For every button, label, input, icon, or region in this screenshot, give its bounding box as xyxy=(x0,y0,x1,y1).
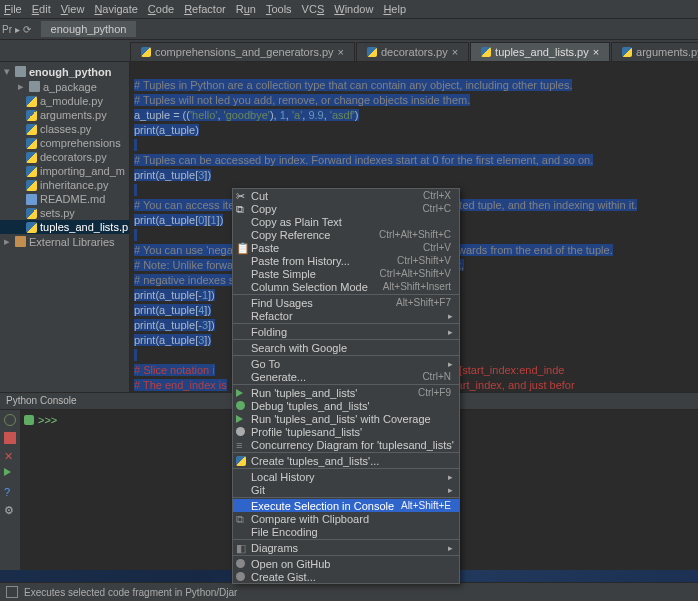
close-icon[interactable]: ✕ xyxy=(4,450,16,462)
toolbar: Pr ▸ ⟳ enough_python xyxy=(0,19,698,40)
tree-item[interactable]: README.md xyxy=(0,192,129,206)
ctx-create-config[interactable]: Create 'tuples_and_lists'... xyxy=(233,454,459,467)
status-icon xyxy=(6,586,18,598)
gist-icon xyxy=(236,572,245,581)
run-icon[interactable] xyxy=(4,468,16,480)
tree-item[interactable]: ▸a_package xyxy=(0,79,129,94)
python-icon xyxy=(481,47,491,57)
python-icon xyxy=(236,456,246,466)
tree-item[interactable]: a_module.py xyxy=(0,94,129,108)
tree-item[interactable]: comprehensions xyxy=(0,136,129,150)
ctx-compare-clipboard[interactable]: ⧉Compare with Clipboard xyxy=(233,512,459,525)
tree-item[interactable]: sets.py xyxy=(0,206,129,220)
markdown-icon xyxy=(26,194,37,205)
menu-code[interactable]: Code xyxy=(148,3,174,15)
tab-arguments[interactable]: arguments.py× xyxy=(611,42,698,61)
python-icon xyxy=(26,96,37,107)
menu-navigate[interactable]: Navigate xyxy=(94,3,137,15)
tree-item[interactable]: inheritance.py xyxy=(0,178,129,192)
tree-root[interactable]: ▾enough_python xyxy=(0,64,129,79)
settings-icon[interactable]: ⚙ xyxy=(4,504,16,516)
ctx-file-encoding[interactable]: File Encoding xyxy=(233,525,459,538)
tab-comprehensions[interactable]: comprehensions_and_generators.py× xyxy=(130,42,355,61)
ctx-run[interactable]: Run 'tuples_and_lists'Ctrl+F9 xyxy=(233,386,459,399)
ctx-execute-selection[interactable]: Execute Selection in ConsoleAlt+Shift+E xyxy=(233,499,459,512)
compare-icon: ⧉ xyxy=(236,513,248,525)
python-icon xyxy=(26,124,37,135)
help-icon[interactable]: ? xyxy=(4,486,16,498)
github-icon xyxy=(236,559,245,568)
tab-tuples-and-lists[interactable]: tuples_and_lists.py× xyxy=(470,42,610,61)
menu-run[interactable]: Run xyxy=(236,3,256,15)
python-icon xyxy=(367,47,377,57)
run-icon xyxy=(236,387,248,399)
python-icon xyxy=(26,152,37,163)
ctx-refactor[interactable]: Refactor▸ xyxy=(233,309,459,322)
library-icon xyxy=(15,236,26,247)
ctx-git[interactable]: Git▸ xyxy=(233,483,459,496)
ctx-copy-ref[interactable]: Copy ReferenceCtrl+Alt+Shift+C xyxy=(233,228,459,241)
coverage-icon xyxy=(236,413,248,425)
ctx-concurrency[interactable]: ≡Concurrency Diagram for 'tuplesand_list… xyxy=(233,438,459,451)
folder-icon xyxy=(15,66,26,77)
ctx-local-history[interactable]: Local History▸ xyxy=(233,470,459,483)
stop-icon[interactable] xyxy=(4,432,16,444)
ctx-find-usages[interactable]: Find UsagesAlt+Shift+F7 xyxy=(233,296,459,309)
ctx-profile[interactable]: Profile 'tuplesand_lists' xyxy=(233,425,459,438)
menu-vcs[interactable]: VCS xyxy=(302,3,325,15)
profile-icon xyxy=(236,427,245,436)
menu-bar: File Edit View Navigate Code Refactor Ru… xyxy=(0,0,698,19)
python-icon xyxy=(622,47,632,57)
tree-item-selected[interactable]: tuples_and_lists.p xyxy=(0,220,129,234)
status-text: Executes selected code fragment in Pytho… xyxy=(24,587,237,598)
ctx-open-github[interactable]: Open on GitHub xyxy=(233,557,459,570)
ctx-paste-history[interactable]: Paste from History...Ctrl+Shift+V xyxy=(233,254,459,267)
ctx-copy-plain[interactable]: Copy as Plain Text xyxy=(233,215,459,228)
menu-edit[interactable]: Edit xyxy=(32,3,51,15)
concurrency-icon: ≡ xyxy=(236,439,248,451)
diagram-icon: ◧ xyxy=(236,542,248,554)
ctx-generate[interactable]: Generate...Ctrl+N xyxy=(233,370,459,383)
python-icon xyxy=(26,138,37,149)
tree-item[interactable]: arguments.py xyxy=(0,108,129,122)
tree-item[interactable]: classes.py xyxy=(0,122,129,136)
python-icon xyxy=(26,180,37,191)
python-icon xyxy=(141,47,151,57)
rerun-icon[interactable] xyxy=(4,414,16,426)
ctx-folding[interactable]: Folding▸ xyxy=(233,325,459,338)
ctx-column-selection[interactable]: Column Selection ModeAlt+Shift+Insert xyxy=(233,280,459,293)
breadcrumb-tab[interactable]: enough_python xyxy=(41,21,137,37)
ctx-goto[interactable]: Go To▸ xyxy=(233,357,459,370)
menu-help[interactable]: Help xyxy=(383,3,406,15)
tab-decorators[interactable]: decorators.py× xyxy=(356,42,469,61)
context-menu: ✂CutCtrl+X ⧉CopyCtrl+C Copy as Plain Tex… xyxy=(232,188,460,584)
python-icon xyxy=(26,208,37,219)
prompt-icon xyxy=(24,415,34,425)
debug-icon xyxy=(236,400,248,412)
ctx-run-coverage[interactable]: Run 'tuples_and_lists' with Coverage xyxy=(233,412,459,425)
project-tool-label[interactable]: Pr ▸ ⟳ xyxy=(2,24,31,35)
close-icon[interactable]: × xyxy=(593,46,599,58)
close-icon[interactable]: × xyxy=(452,46,458,58)
close-icon[interactable]: × xyxy=(338,46,344,58)
tree-external-libs[interactable]: ▸External Libraries xyxy=(0,234,129,249)
ctx-debug[interactable]: Debug 'tuples_and_lists' xyxy=(233,399,459,412)
cut-icon: ✂ xyxy=(236,190,248,202)
project-tree[interactable]: ▾enough_python ▸a_package a_module.py ar… xyxy=(0,62,130,392)
menu-view[interactable]: View xyxy=(61,3,85,15)
menu-refactor[interactable]: Refactor xyxy=(184,3,226,15)
ctx-cut[interactable]: ✂CutCtrl+X xyxy=(233,189,459,202)
menu-file[interactable]: File xyxy=(4,3,22,15)
menu-tools[interactable]: Tools xyxy=(266,3,292,15)
python-icon xyxy=(26,110,37,121)
status-bar: Executes selected code fragment in Pytho… xyxy=(0,582,698,601)
tree-item[interactable]: decorators.py xyxy=(0,150,129,164)
ctx-diagrams[interactable]: ◧Diagrams▸ xyxy=(233,541,459,554)
ctx-search-google[interactable]: Search with Google xyxy=(233,341,459,354)
tree-item[interactable]: importing_and_m xyxy=(0,164,129,178)
ctx-create-gist[interactable]: Create Gist... xyxy=(233,570,459,583)
ctx-paste-simple[interactable]: Paste SimpleCtrl+Alt+Shift+V xyxy=(233,267,459,280)
ctx-paste[interactable]: 📋PasteCtrl+V xyxy=(233,241,459,254)
ctx-copy[interactable]: ⧉CopyCtrl+C xyxy=(233,202,459,215)
menu-window[interactable]: Window xyxy=(334,3,373,15)
